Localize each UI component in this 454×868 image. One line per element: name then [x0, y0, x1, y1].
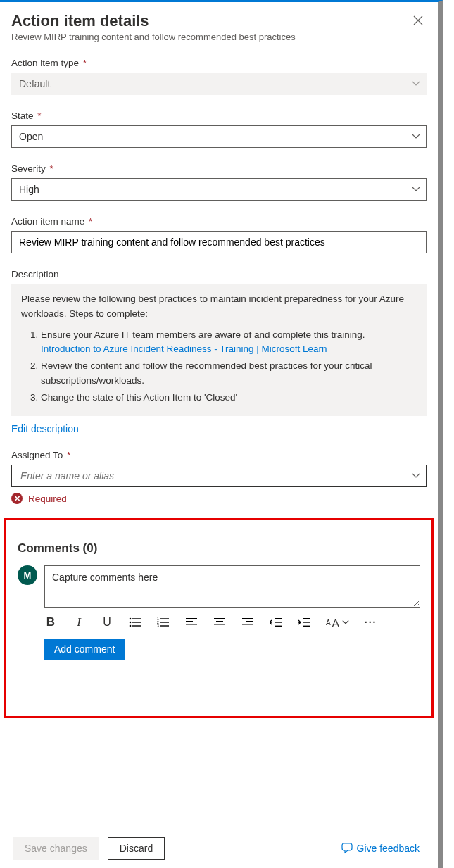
svg-rect-25 [303, 622, 310, 622]
save-button[interactable]: Save changes [13, 837, 99, 860]
svg-rect-11 [160, 625, 169, 626]
svg-rect-18 [242, 618, 253, 619]
bold-button[interactable]: B [44, 615, 57, 630]
comment-editor[interactable]: Capture comments here [44, 565, 420, 608]
severity-label: Severity * [11, 163, 427, 174]
svg-rect-16 [216, 621, 223, 622]
font-size-button[interactable]: AA [326, 615, 349, 630]
svg-rect-3 [132, 622, 141, 622]
discard-button[interactable]: Discard [108, 837, 165, 860]
close-button[interactable] [410, 12, 427, 29]
svg-point-4 [130, 625, 132, 627]
svg-rect-20 [242, 624, 253, 625]
state-select[interactable]: Open [11, 125, 427, 148]
comments-section-highlight: Comments (0) M Capture comments here B I… [4, 518, 434, 718]
svg-point-0 [130, 618, 132, 620]
comments-heading: Comments (0) [18, 541, 420, 555]
panel-title: Action item details [11, 12, 149, 30]
svg-rect-12 [186, 618, 197, 619]
indent-button[interactable] [298, 615, 310, 630]
svg-rect-24 [303, 618, 310, 619]
outdent-button[interactable] [270, 615, 282, 630]
italic-button[interactable]: I [72, 615, 85, 630]
svg-rect-21 [275, 618, 282, 619]
name-label: Action item name * [11, 216, 427, 227]
align-left-button[interactable] [185, 615, 198, 630]
chevron-down-icon [412, 185, 420, 194]
numbered-list-button[interactable]: 123 [157, 615, 170, 630]
svg-rect-19 [246, 621, 253, 622]
assigned-label: Assigned To * [11, 450, 427, 460]
svg-rect-13 [186, 621, 193, 622]
description-label: Description [11, 269, 427, 279]
assigned-input[interactable] [19, 470, 405, 482]
svg-rect-26 [303, 626, 310, 627]
align-center-button[interactable] [213, 615, 226, 630]
description-intro: Please review the following best practic… [21, 292, 417, 321]
avatar: M [18, 565, 37, 585]
type-label: Action item type * [11, 58, 427, 68]
description-box: Please review the following best practic… [11, 284, 427, 416]
assigned-error: ✕ Required [11, 493, 427, 504]
chevron-down-icon [412, 472, 420, 480]
severity-value: High [19, 184, 39, 195]
name-input-wrap[interactable] [11, 231, 427, 253]
bullet-list-button[interactable] [129, 615, 141, 630]
svg-rect-23 [275, 626, 282, 627]
description-step-2: Review the content and follow the recomm… [41, 359, 417, 388]
svg-rect-9 [160, 622, 169, 622]
error-icon: ✕ [11, 493, 23, 504]
give-feedback-link[interactable]: Give feedback [341, 843, 420, 854]
align-right-button[interactable] [241, 615, 254, 630]
feedback-label: Give feedback [357, 843, 420, 854]
svg-rect-15 [214, 618, 225, 619]
svg-rect-14 [186, 624, 197, 625]
assigned-input-wrap[interactable] [11, 465, 427, 487]
chevron-down-icon [412, 132, 420, 141]
severity-select[interactable]: High [11, 178, 427, 201]
chevron-down-icon [412, 80, 420, 88]
panel-footer: Save changes Discard Give feedback [0, 829, 432, 868]
description-step-1: Ensure your Azure IT team members are aw… [41, 328, 417, 357]
type-select: Default [11, 73, 427, 95]
assigned-error-text: Required [28, 493, 67, 504]
svg-rect-1 [132, 618, 141, 619]
state-label: State * [11, 111, 427, 121]
svg-rect-17 [214, 624, 225, 625]
svg-rect-7 [160, 618, 169, 619]
type-value: Default [19, 78, 50, 89]
add-comment-button[interactable]: Add comment [44, 639, 125, 660]
description-step-3: Change the state of this Action Item to … [41, 391, 417, 405]
training-link[interactable]: Introduction to Azure Incident Readiness… [41, 344, 327, 354]
state-value: Open [19, 131, 43, 142]
svg-text:3: 3 [157, 624, 159, 627]
svg-point-2 [130, 622, 132, 624]
name-input[interactable] [19, 237, 405, 248]
edit-description-link[interactable]: Edit description [11, 423, 79, 434]
panel-subtitle: Review MIRP training content and follow … [11, 32, 427, 42]
feedback-icon [341, 843, 353, 854]
svg-rect-5 [132, 625, 141, 626]
action-item-panel: Action item details Review MIRP training… [0, 0, 443, 868]
underline-button[interactable]: U [101, 615, 113, 630]
more-options-button[interactable]: ··· [365, 615, 377, 630]
editor-toolbar: B I U 123 AA [18, 608, 420, 639]
svg-rect-22 [275, 622, 282, 622]
